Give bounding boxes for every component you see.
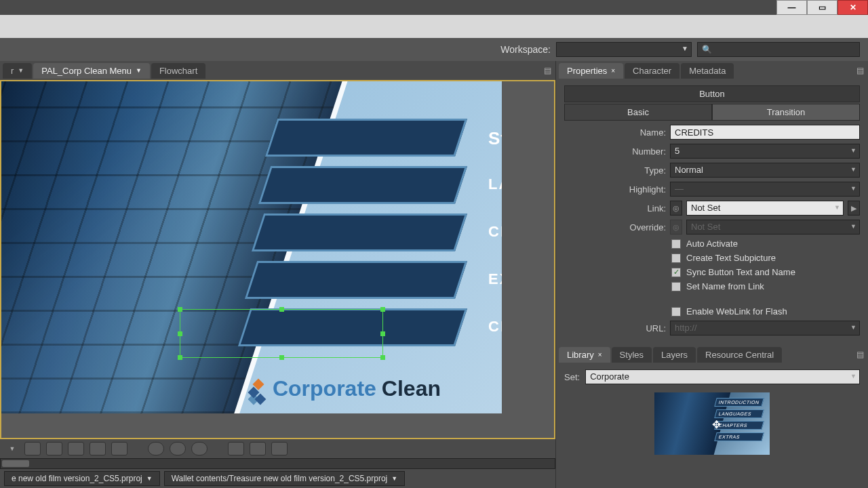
horizontal-scrollbar[interactable] [0, 458, 555, 469]
tab-layers[interactable]: Layers [653, 347, 696, 363]
set-from-link-checkbox[interactable] [671, 282, 681, 291]
project-tab-2[interactable]: Wallet contents/Treasure new old film ve… [164, 471, 406, 486]
close-icon[interactable]: × [598, 351, 602, 359]
tab-character[interactable]: Character [625, 63, 679, 79]
enable-weblink-checkbox[interactable] [671, 307, 681, 317]
tab-properties[interactable]: Properties × [559, 63, 623, 79]
close-icon[interactable]: × [611, 67, 615, 75]
tab-flowchart[interactable]: Flowchart [151, 63, 205, 79]
library-tab-row: Library × Styles Layers Resource Central… [556, 345, 868, 364]
tab-editor-left[interactable]: r ▼ [3, 63, 32, 79]
properties-tab-row: Properties × Character Metadata ▤ [556, 61, 868, 80]
playback-prev[interactable] [228, 442, 244, 455]
sub-tab-transition[interactable]: Transition [712, 104, 860, 121]
panel-menu-icon[interactable]: ▤ [856, 350, 864, 359]
tool-highlight-1[interactable] [148, 442, 164, 455]
properties-panel: Button Basic Transition Name: Number:5 T… [556, 80, 868, 345]
auto-activate-checkbox[interactable] [671, 239, 681, 249]
tab-menu-editor[interactable]: PAL_Corp Clean Menu ▼ [33, 63, 150, 79]
chevron-down-icon: ▼ [136, 67, 142, 74]
link-pickwhip-icon[interactable]: ◎ [670, 201, 682, 216]
sub-tab-basic[interactable]: Basic [564, 104, 712, 121]
properties-object-type: Button [564, 85, 860, 102]
playback-next[interactable] [271, 442, 288, 455]
name-field[interactable] [670, 125, 860, 140]
project-tab-1[interactable]: e new old film version_2_CS5.prproj▼ [4, 471, 160, 486]
tool-guides[interactable] [46, 442, 62, 455]
menu-viewer[interactable]: Start LANGUAGES CHAPTERS EXTRAS CREDITS [0, 80, 555, 439]
viewer-toolbar: ▼ [0, 439, 555, 458]
project-tabs: e new old film version_2_CS5.prproj▼ Wal… [0, 469, 555, 488]
link-go-button[interactable]: ▶ [848, 201, 860, 216]
tab-menu-label: PAL_Corp Clean Menu [41, 66, 132, 76]
create-subpic-checkbox[interactable] [671, 253, 681, 263]
window-maximize-button[interactable]: ▭ [807, 0, 837, 15]
tab-styles[interactable]: Styles [612, 347, 652, 363]
workspace-label: Workspace: [500, 44, 551, 55]
corporate-clean-logo: CorporateClean [250, 376, 441, 401]
panel-menu-icon[interactable]: ▤ [544, 66, 551, 75]
override-pickwhip-icon: ◎ [670, 220, 682, 235]
chevron-down-icon: ▼ [391, 475, 397, 482]
tab-resource-central[interactable]: Resource Central [697, 347, 782, 363]
type-select[interactable]: Normal [670, 163, 860, 178]
tool-highlight-2[interactable] [170, 442, 186, 455]
link-select[interactable]: Not Set [686, 201, 844, 216]
tool-grid[interactable] [90, 442, 106, 455]
move-cursor-icon: ✥ [712, 418, 721, 431]
chevron-down-icon: ▼ [146, 475, 153, 482]
zoom-dropdown[interactable]: ▼ [5, 442, 19, 455]
window-minimize-button[interactable]: — [776, 0, 807, 15]
search-input[interactable]: 🔍 [697, 42, 860, 57]
library-preview-thumbnail[interactable]: INTRODUCTION LANGUAGES CHAPTERS EXTRAS ✥ [654, 392, 770, 455]
workspace-select[interactable] [556, 42, 692, 57]
tool-grid-add[interactable] [111, 442, 127, 455]
app-toolbar [0, 15, 868, 38]
tool-highlight-3[interactable] [191, 442, 208, 455]
selection-box[interactable] [180, 309, 383, 358]
tab-metadata[interactable]: Metadata [681, 63, 734, 79]
tool-safe-area[interactable] [24, 442, 41, 455]
tool-routing[interactable] [68, 442, 84, 455]
window-close-button[interactable]: ✕ [837, 0, 868, 15]
library-set-select[interactable]: Corporate [585, 369, 860, 384]
library-panel: Set: Corporate INTRODUCTION LANGUAGES CH… [556, 364, 868, 460]
sync-name-checkbox[interactable] [671, 268, 681, 277]
url-field: http:// [670, 321, 860, 336]
logo-icon [250, 380, 267, 398]
number-select[interactable]: 5 [670, 144, 860, 159]
panel-menu-icon[interactable]: ▤ [856, 66, 864, 75]
override-select: Not Set [686, 220, 860, 235]
playback-play[interactable] [250, 442, 266, 455]
highlight-select: — [670, 182, 860, 197]
tab-library[interactable]: Library × [559, 347, 610, 363]
editor-tab-row: r ▼ PAL_Corp Clean Menu ▼ Flowchart ▤ [0, 61, 555, 80]
